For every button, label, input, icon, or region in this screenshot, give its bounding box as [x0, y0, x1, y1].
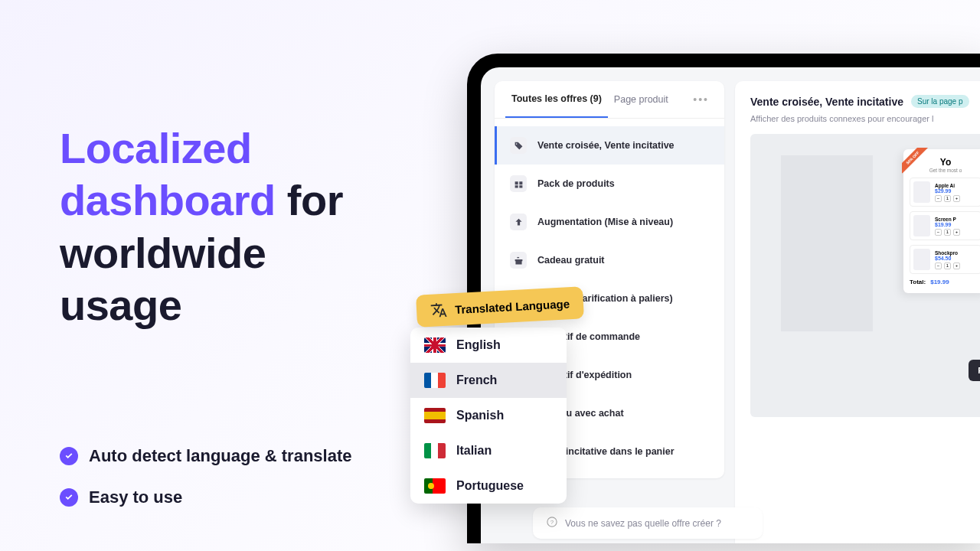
lang-label: Italian	[456, 444, 492, 458]
tab-all-offers[interactable]: Toutes les offres (9)	[505, 81, 608, 118]
product-name: Apple Ai	[935, 183, 978, 188]
offer-upgrade[interactable]: Augmentation (Mise à niveau)	[495, 203, 724, 241]
detail-title: Vente croisée, Vente incitative	[750, 96, 903, 108]
lang-label: Portuguese	[456, 479, 524, 493]
help-icon: ?	[547, 517, 557, 530]
lang-label: French	[456, 373, 497, 387]
upgrade-icon	[510, 214, 527, 230]
product-price: $19.99	[935, 222, 978, 227]
tab-product-page[interactable]: Page produit	[608, 82, 675, 117]
language-picker: English French Spanish Italian Portugues…	[410, 328, 567, 504]
total-label: Total:	[910, 279, 926, 285]
offer-label: Pack de produits	[537, 178, 615, 189]
lang-label: English	[456, 338, 501, 352]
flag-pt-icon	[424, 478, 446, 494]
location-badge: Sur la page p	[911, 95, 969, 108]
flag-fr-icon	[424, 373, 446, 388]
lang-label: Spanish	[456, 409, 504, 422]
preview-placeholder	[781, 155, 873, 331]
help-bar[interactable]: ? Vous ne savez pas quelle offre créer ?	[533, 507, 763, 539]
bullet-list: Auto detect language & translate Easy to…	[60, 446, 397, 507]
lang-option-portuguese[interactable]: Portuguese	[410, 468, 567, 504]
flag-en-icon	[424, 337, 446, 353]
gift-icon	[510, 252, 527, 269]
detail-panel: Vente croisée, Vente incitative Sur la p…	[735, 81, 980, 543]
mock-product-row: Apple Ai $29.99 −1+	[910, 178, 980, 207]
bundle-icon	[510, 175, 527, 192]
detail-subtitle: Afficher des produits connexes pour enco…	[750, 114, 980, 123]
lang-option-english[interactable]: English	[410, 328, 567, 363]
product-price: $54.50	[935, 256, 978, 261]
detail-header: Vente croisée, Vente incitative Sur la p…	[750, 95, 980, 108]
bullet-text: Easy to use	[89, 487, 182, 507]
tag-icon	[510, 137, 527, 154]
translate-icon	[430, 302, 448, 319]
product-price: $29.99	[935, 188, 978, 194]
mock-product-row: Screen P $19.99 −1+	[910, 211, 980, 240]
total-value: $19.99	[930, 279, 949, 285]
product-thumb	[913, 249, 930, 270]
product-thumb	[913, 215, 930, 236]
bullet-item: Easy to use	[60, 487, 397, 507]
product-name: Screen P	[935, 217, 978, 222]
tab-more-icon[interactable]: •••	[688, 81, 714, 118]
offer-cross-sell[interactable]: Vente croisée, Vente incitative	[495, 126, 724, 165]
flag-es-icon	[424, 408, 446, 423]
lang-pill-text: Translated Language	[455, 297, 570, 316]
offer-label: Cadeau gratuit	[537, 255, 605, 266]
offer-label: Vente croisée, Vente incitative	[537, 140, 675, 151]
offer-free-gift[interactable]: Cadeau gratuit	[495, 241, 724, 279]
bullet-item: Auto detect language & translate	[60, 446, 397, 466]
offer-bundle[interactable]: Pack de produits	[495, 165, 724, 203]
help-text: Vous ne savez pas quelle offre créer ?	[565, 518, 721, 529]
offer-label: Augmentation (Mise à niveau)	[537, 217, 673, 227]
headline-accent: Localized dashboard	[60, 124, 276, 224]
lang-option-french[interactable]: French	[410, 363, 567, 398]
upsell-widget-mock: Yo Get the most o Apple Ai $29.99 −1+	[903, 149, 980, 293]
product-thumb	[913, 181, 930, 203]
check-icon	[60, 447, 78, 465]
discount-ribbon	[902, 148, 928, 174]
svg-text:?: ?	[550, 519, 554, 526]
marketing-copy: Localized dashboard for worldwide usage …	[60, 122, 397, 529]
product-name: Shockpro	[935, 250, 978, 256]
lang-option-italian[interactable]: Italian	[410, 433, 567, 468]
headline: Localized dashboard for worldwide usage	[60, 122, 397, 331]
mock-product-row: Shockpro $54.50 −1+	[910, 245, 980, 274]
tabs: Toutes les offres (9) Page produit •••	[495, 81, 724, 119]
bullet-text: Auto detect language & translate	[89, 446, 352, 466]
lang-option-spanish[interactable]: Spanish	[410, 398, 567, 433]
primary-action-button[interactable]: F	[969, 360, 980, 381]
check-icon	[60, 488, 78, 507]
preview-area: Yo Get the most o Apple Ai $29.99 −1+	[750, 134, 980, 417]
flag-it-icon	[424, 443, 446, 458]
